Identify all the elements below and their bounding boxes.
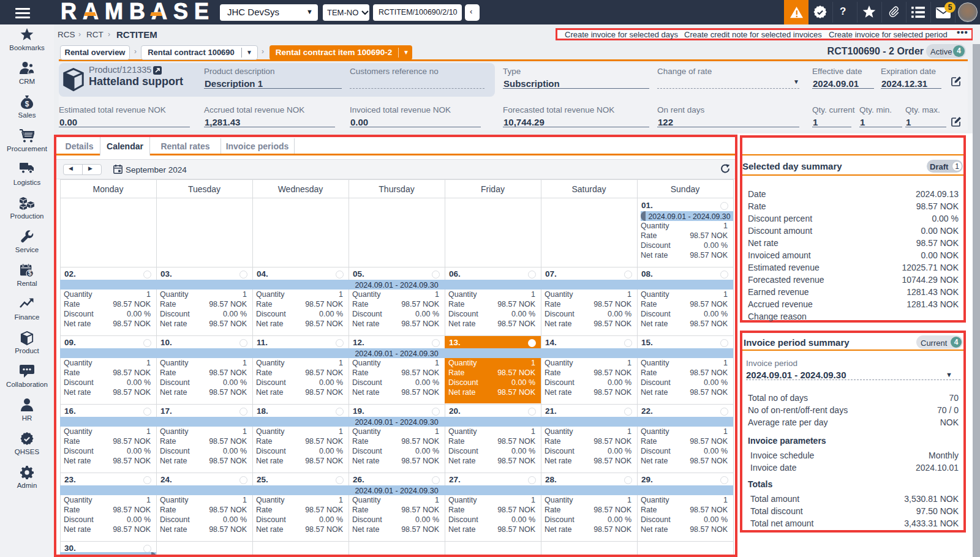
svg-text:$: $ xyxy=(25,100,29,108)
svg-text:RAMBASE: RAMBASE xyxy=(61,2,215,24)
svg-text:$: $ xyxy=(28,270,32,277)
